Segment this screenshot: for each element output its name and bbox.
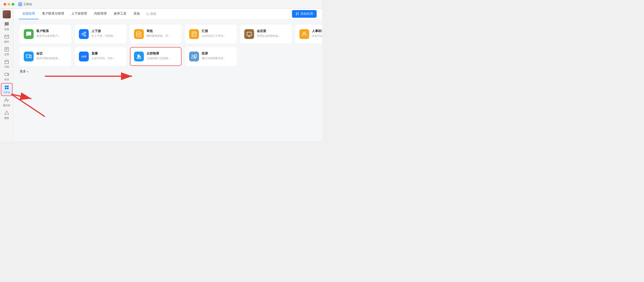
report-name: 汇报 [202,29,232,33]
app-card-conference-room[interactable]: 会议室 管理企业内部的会... [240,25,292,44]
sidebar-item-meetings[interactable]: 会议 [1,70,12,82]
report-info: 汇报 企业对员工工作内... [202,29,232,38]
live-desc: 企业可对内、对外... [92,56,122,60]
nav-tab-customer[interactable]: 客户联系与管理 [38,8,68,19]
svg-rect-9 [5,60,8,64]
meeting-name: 会议 [36,52,67,56]
customer-contact-desc: 成员可以添加客户... [36,34,67,38]
conference-room-name: 会议室 [257,29,288,33]
maximize-button[interactable] [12,3,14,6]
app-card-supply-chain[interactable]: 上下游 在上下游，与经销... [75,25,126,44]
sidebar-item-calendar[interactable]: 日程 [1,58,12,70]
svg-line-23 [148,14,149,15]
search-icon [146,12,149,16]
app-card-customer-contact[interactable]: 客户联系 成员可以添加客户... [20,25,71,44]
cast-info: 投屏 通过与智慧硬件设... [202,52,232,60]
sidebar-label-workbench: 工作台 [3,91,10,94]
svg-rect-13 [4,73,8,76]
cast-icon [189,52,199,62]
conference-room-icon [244,29,254,39]
svg-rect-3 [20,4,22,6]
nav-bar: 全部应用 客户联系与管理 上下游管理 内部管理 效率工具 其他 搜索 [14,8,322,19]
cloud-screen-name: 云控智屏 [146,52,178,56]
svg-rect-14 [5,86,6,87]
meeting-icon [24,52,34,62]
svg-rect-28 [298,14,298,15]
sidebar-item-drive[interactable]: 微盘 [1,109,12,121]
sidebar-label-drive: 微盘 [4,116,9,120]
svg-rect-16 [5,88,6,89]
app-logo-icon [18,2,22,6]
svg-point-22 [146,12,148,14]
svg-rect-25 [298,12,299,14]
sidebar-item-mail[interactable]: 邮件 [1,33,12,45]
report-desc: 企业对员工工作内... [202,34,232,38]
sidebar-label-mail: 邮件 [4,40,9,44]
docs-icon [4,47,10,52]
live-name: 直播 [92,52,122,56]
live-icon: LIVE [79,52,89,62]
svg-rect-1 [20,3,22,4]
avatar[interactable] [3,10,11,18]
title-bar-title: 工作台 [18,2,32,6]
svg-rect-2 [19,4,20,6]
customer-contact-icon [24,29,34,39]
conference-room-desc: 管理企业内部的会... [257,34,288,38]
apps-row-1: 客户联系 成员可以添加客户... 上下游 在上下游，与经销... [20,25,316,44]
cloud-screen-icon [134,52,144,62]
supply-chain-desc: 在上下游，与经销... [92,34,122,38]
messages-icon [4,22,10,27]
apps-container: 客户联系 成员可以添加客户... 上下游 在上下游，与经销... [14,19,322,141]
nav-tab-all[interactable]: 全部应用 [19,8,38,19]
drive-icon [4,110,10,116]
meetings-icon [4,72,10,77]
supply-chain-icon [79,29,89,39]
nav-tab-efficiency[interactable]: 效率工具 [110,8,130,19]
sidebar-item-messages[interactable]: 消息 [1,20,12,32]
svg-rect-15 [7,86,8,87]
report-icon [189,29,199,39]
customer-contact-name: 客户联系 [36,29,67,33]
approval-icon [134,29,144,39]
contacts-icon [4,98,10,103]
app-card-live[interactable]: LIVE 直播 企业可对内、对外... [75,47,126,66]
app-card-approval[interactable]: 审批 随时随地审批，可... [130,25,182,44]
sidebar-item-docs[interactable]: 文档 [1,45,12,58]
meeting-info: 会议 成员可预约或直接... [36,52,67,60]
calendar-icon [4,59,10,64]
traffic-lights [4,3,14,6]
sidebar-item-contacts[interactable]: 通讯录 [1,96,12,108]
nav-search[interactable]: 搜索 [144,8,159,19]
add-app-button[interactable]: 添加应用 [292,10,316,18]
apps-row-2: 会议 成员可预约或直接... LIVE 直播 企业可对内、对外... [20,47,316,66]
live-info: 直播 企业可对内、对外... [92,52,122,60]
cast-name: 投屏 [202,52,232,56]
sidebar-label-meetings: 会议 [4,78,9,81]
svg-point-29 [82,33,84,35]
sidebar-item-workbench[interactable]: 工作台 [1,83,12,96]
app-card-report[interactable]: 汇报 企业对员工工作内... [185,25,237,44]
conference-room-info: 会议室 管理企业内部的会... [257,29,288,38]
app-card-cloud-screen[interactable]: 云控智屏 云端控制门店智能... [130,47,182,66]
app-card-cast[interactable]: 投屏 通过与智慧硬件设... [185,47,237,66]
sidebar: 消息 邮件 文档 [0,8,14,141]
minimize-button[interactable] [8,3,10,6]
app-card-meeting[interactable]: 会议 成员可预约或直接... [20,47,71,66]
sidebar-label-calendar: 日程 [4,65,9,68]
svg-rect-17 [7,88,8,89]
nav-tab-internal[interactable]: 内部管理 [90,8,110,19]
meeting-desc: 成员可预约或直接... [36,56,67,60]
title-bar: 工作台 [0,0,322,8]
main-content: 全部应用 客户联系与管理 上下游管理 内部管理 效率工具 其他 搜索 [14,8,322,141]
close-button[interactable] [4,3,6,6]
hr-assistant-name: 人事助手 [312,29,322,33]
nav-tab-supply[interactable]: 上下游管理 [68,8,90,19]
cloud-screen-desc: 云端控制门店智能... [146,56,178,60]
app-card-hr-assistant[interactable]: 人事助手 企业可以管理员工... [295,25,322,44]
svg-rect-26 [296,14,297,15]
svg-rect-0 [19,3,20,4]
supply-chain-info: 上下游 在上下游，与经销... [92,29,122,38]
more-button[interactable]: 更多 ∨ [20,70,316,74]
nav-tab-other[interactable]: 其他 [130,8,144,19]
approval-info: 审批 随时随地审批，可... [146,29,178,38]
